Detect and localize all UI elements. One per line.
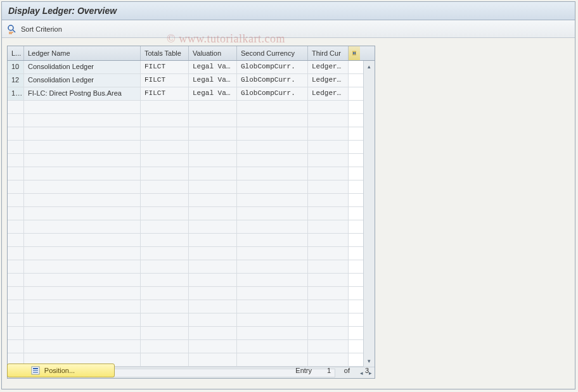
position-button-label: Position... — [44, 367, 75, 374]
table-row-empty — [8, 220, 363, 234]
entry-counter: Entry 1 of 3 — [295, 367, 369, 374]
page-title: Display Ledger: Overview — [2, 2, 575, 20]
table-row[interactable]: 12Consolidation LedgerFILCTLegal Val…Glo… — [8, 74, 363, 87]
table-row[interactable]: 1AFI-LC: Direct Postng Bus.AreaFILCTLega… — [8, 87, 363, 101]
sort-criterion-button[interactable]: Sort Criterion — [21, 25, 62, 33]
table-row-empty — [8, 207, 363, 220]
table-row-empty — [8, 340, 363, 353]
scroll-up-icon[interactable]: ▴ — [365, 62, 374, 71]
cell-c4: GlobCompCurr. — [237, 61, 308, 73]
cell-c1: FI-LC: Direct Postng Bus.Area — [24, 87, 141, 100]
magnifier-list-icon[interactable] — [7, 24, 17, 34]
cell-c2: FILCT — [141, 87, 189, 100]
col-third-currency[interactable]: Third Cur — [308, 46, 349, 60]
col-valuation[interactable]: Valuation — [189, 46, 237, 60]
col-ledger-code[interactable]: L... — [8, 46, 24, 60]
svg-rect-11 — [33, 372, 38, 373]
cell-c5: Ledger c — [308, 87, 349, 100]
cell-c3: Legal Val… — [189, 87, 237, 100]
cell-c3: Legal Val… — [189, 74, 237, 87]
table-row-empty — [8, 114, 363, 127]
table-row-empty — [8, 101, 363, 114]
table-row-empty — [8, 167, 363, 180]
cell-c4: GlobCompCurr. — [237, 87, 308, 100]
vertical-scrollbar[interactable]: ▴ ▾ — [363, 61, 375, 367]
cell-c5: Ledger c — [308, 61, 349, 73]
table-row-empty — [8, 141, 363, 154]
column-config-icon[interactable] — [349, 46, 360, 60]
cell-c0: 1A — [8, 87, 24, 100]
table-row-empty — [8, 274, 363, 287]
table-row-empty — [8, 154, 363, 167]
cell-c0: 12 — [8, 74, 24, 87]
svg-rect-9 — [33, 368, 38, 369]
cell-c1: Consolidation Ledger — [24, 74, 141, 87]
table-row-empty — [8, 127, 363, 141]
table-row[interactable]: 10Consolidation LedgerFILCTLegal Val…Glo… — [8, 61, 363, 74]
svg-rect-5 — [353, 52, 354, 54]
grid-body: 10Consolidation LedgerFILCTLegal Val…Glo… — [8, 61, 375, 367]
table-row-empty — [8, 234, 363, 247]
table-row-empty — [8, 327, 363, 340]
table-row-empty — [8, 260, 363, 274]
entry-of-label: of — [335, 367, 350, 374]
data-grid: L... Ledger Name Totals Table Valuation … — [7, 46, 375, 379]
toolbar: Sort Criterion — [2, 20, 575, 38]
table-row-empty — [8, 287, 363, 300]
table-row-empty — [8, 300, 363, 313]
cell-c5: Ledger c — [308, 74, 349, 87]
col-totals-table[interactable]: Totals Table — [141, 46, 189, 60]
table-row-empty — [8, 180, 363, 194]
cell-c1: Consolidation Ledger — [24, 61, 141, 73]
grid-header-row: L... Ledger Name Totals Table Valuation … — [8, 46, 375, 61]
table-row-empty — [8, 194, 363, 207]
position-button[interactable]: Position... — [7, 364, 115, 377]
svg-rect-10 — [33, 370, 38, 371]
svg-rect-6 — [354, 52, 355, 54]
cell-c2: FILCT — [141, 74, 189, 87]
cell-c2: FILCT — [141, 61, 189, 73]
entry-total: 3 — [354, 367, 369, 374]
position-icon — [30, 365, 41, 376]
svg-rect-7 — [355, 52, 356, 54]
footer-bar: Position... Entry 1 of 3 — [7, 364, 375, 377]
window-frame: { "title": "Display Ledger: Overview", "… — [1, 1, 575, 389]
svg-point-0 — [8, 25, 13, 30]
table-row-empty — [8, 313, 363, 327]
cell-c0: 10 — [8, 61, 24, 73]
table-row-empty — [8, 247, 363, 260]
entry-current: 1 — [316, 367, 331, 374]
cell-c3: Legal Val… — [189, 61, 237, 73]
col-ledger-name[interactable]: Ledger Name — [24, 46, 141, 60]
cell-c4: GlobCompCurr. — [237, 74, 308, 87]
col-second-currency[interactable]: Second Currency — [237, 46, 308, 60]
entry-label: Entry — [295, 367, 312, 374]
